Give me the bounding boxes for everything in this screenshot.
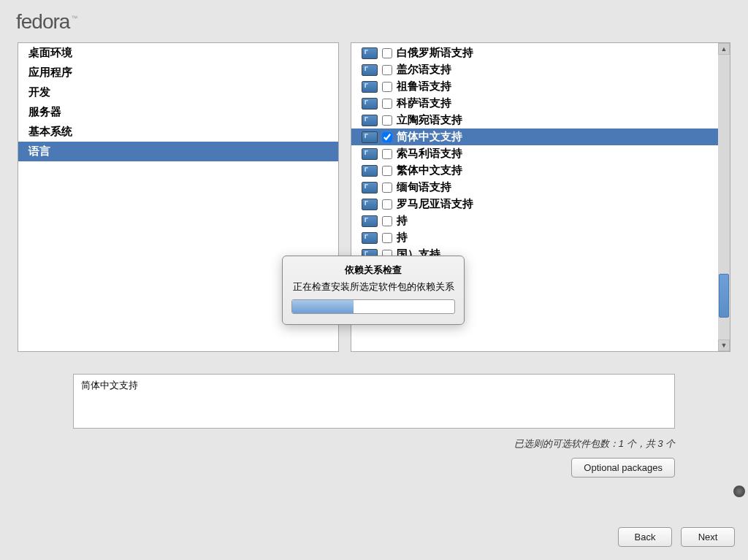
optional-packages-button[interactable]: Optional packages bbox=[571, 458, 675, 477]
language-label: 简体中文支持 bbox=[397, 130, 462, 144]
language-checkbox[interactable] bbox=[382, 216, 392, 226]
language-label: 繁体中文支持 bbox=[397, 164, 462, 177]
flag-icon bbox=[362, 148, 378, 160]
dialog-title: 依赖关系检查 bbox=[291, 264, 455, 277]
language-item[interactable]: 白俄罗斯语支持 bbox=[351, 45, 718, 61]
language-checkbox[interactable] bbox=[382, 48, 392, 58]
language-label: 科萨语支持 bbox=[397, 96, 451, 110]
language-item[interactable]: 盖尔语支持 bbox=[351, 61, 718, 78]
back-button[interactable]: Back bbox=[618, 527, 672, 547]
scroll-down-icon[interactable]: ▼ bbox=[718, 340, 730, 351]
header: fedora™ bbox=[0, 0, 748, 42]
language-label: 索马利语支持 bbox=[397, 147, 462, 161]
language-checkbox[interactable] bbox=[382, 199, 392, 210]
language-checkbox[interactable] bbox=[382, 115, 392, 126]
fedora-logo: fedora™ bbox=[16, 10, 732, 34]
flag-icon bbox=[362, 165, 378, 177]
category-item[interactable]: 语言 bbox=[18, 142, 338, 161]
next-button[interactable]: Next bbox=[681, 527, 735, 547]
language-item[interactable]: 祖鲁语支持 bbox=[351, 78, 718, 95]
footer-buttons: Back Next bbox=[618, 527, 735, 547]
language-label: 白俄罗斯语支持 bbox=[397, 46, 473, 60]
scroll-track[interactable] bbox=[718, 55, 730, 340]
language-item[interactable]: 持 bbox=[351, 229, 718, 246]
language-label: 持 bbox=[397, 231, 408, 245]
category-item[interactable]: 基本系统 bbox=[18, 122, 338, 142]
language-checkbox[interactable] bbox=[382, 82, 392, 92]
flag-icon bbox=[362, 81, 378, 93]
language-checkbox[interactable] bbox=[382, 132, 392, 142]
accessibility-icon[interactable] bbox=[733, 486, 745, 497]
language-label: 立陶宛语支持 bbox=[397, 113, 462, 127]
language-checkbox[interactable] bbox=[382, 183, 392, 193]
progress-bar bbox=[291, 299, 455, 314]
category-item[interactable]: 开发 bbox=[18, 83, 338, 102]
category-item[interactable]: 服务器 bbox=[18, 102, 338, 122]
category-list[interactable]: 桌面环境应用程序开发服务器基本系统语言 bbox=[18, 43, 338, 161]
flag-icon bbox=[362, 115, 378, 126]
language-item[interactable]: 科萨语支持 bbox=[351, 95, 718, 112]
language-item[interactable]: 持 bbox=[351, 212, 718, 229]
description-box: 简体中文支持 bbox=[73, 374, 675, 429]
language-item[interactable]: 罗马尼亚语支持 bbox=[351, 196, 718, 212]
language-checkbox[interactable] bbox=[382, 149, 392, 159]
language-checkbox[interactable] bbox=[382, 166, 392, 176]
flag-icon bbox=[362, 98, 378, 110]
scroll-thumb[interactable] bbox=[719, 274, 729, 318]
dialog-message: 正在检查安装所选定软件包的依赖关系 bbox=[291, 281, 455, 294]
scroll-up-icon[interactable]: ▲ bbox=[718, 43, 730, 55]
language-label: 祖鲁语支持 bbox=[397, 80, 451, 93]
flag-icon bbox=[362, 47, 378, 59]
flag-icon bbox=[362, 131, 378, 143]
language-item[interactable]: 简体中文支持 bbox=[351, 129, 718, 145]
language-label: 持 bbox=[397, 214, 408, 228]
language-item[interactable]: 繁体中文支持 bbox=[351, 162, 718, 179]
scrollbar[interactable]: ▲ ▼ bbox=[718, 43, 730, 351]
language-label: 盖尔语支持 bbox=[397, 63, 451, 77]
dependency-dialog: 依赖关系检查 正在检查安装所选定软件包的依赖关系 bbox=[282, 256, 465, 325]
flag-icon bbox=[362, 199, 378, 210]
language-checkbox[interactable] bbox=[382, 99, 392, 109]
progress-fill bbox=[292, 300, 354, 313]
language-label: 缅甸语支持 bbox=[397, 180, 451, 194]
status-line: 已选则的可选软件包数：1 个，共 3 个 bbox=[0, 437, 675, 450]
description-text: 简体中文支持 bbox=[81, 380, 138, 391]
category-item[interactable]: 应用程序 bbox=[18, 63, 338, 83]
language-item[interactable]: 立陶宛语支持 bbox=[351, 112, 718, 129]
language-item[interactable]: 缅甸语支持 bbox=[351, 179, 718, 196]
language-checkbox[interactable] bbox=[382, 233, 392, 243]
flag-icon bbox=[362, 215, 378, 227]
category-item[interactable]: 桌面环境 bbox=[18, 43, 338, 63]
language-label: 罗马尼亚语支持 bbox=[397, 197, 473, 211]
flag-icon bbox=[362, 182, 378, 193]
language-checkbox[interactable] bbox=[382, 65, 392, 75]
flag-icon bbox=[362, 64, 378, 76]
flag-icon bbox=[362, 232, 378, 244]
language-item[interactable]: 索马利语支持 bbox=[351, 145, 718, 162]
